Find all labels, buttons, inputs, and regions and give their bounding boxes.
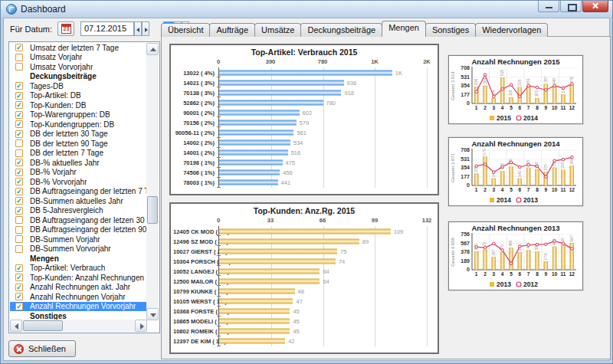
checkbox-unchecked-icon[interactable]	[15, 63, 23, 71]
sidebar-item[interactable]: ✓Top-Warengruppen: DB	[10, 110, 147, 120]
checkbox-checked-icon[interactable]: ✓	[15, 284, 23, 291]
sidebar-item-label: Tages-DB	[30, 82, 64, 90]
category-label: 12496 SZ MOD ( 3%)	[173, 238, 215, 244]
checkbox-checked-icon[interactable]: ✓	[15, 264, 23, 272]
sidebar-item[interactable]: DB Auftragseingang der letzen 30 Tage	[10, 215, 147, 225]
checkbox-checked-icon[interactable]: ✓	[15, 293, 23, 300]
bar-value-label: 387	[543, 76, 548, 83]
bar-value-label: 310	[561, 162, 565, 169]
checkbox-checked-icon[interactable]: ✓	[15, 130, 23, 138]
bar-value-label: 42	[288, 338, 294, 345]
sidebar-item[interactable]: ✓DB der letzten 30 Tage	[10, 130, 147, 139]
checkbox-unchecked-icon[interactable]	[15, 54, 23, 61]
vertical-scroll-thumb[interactable]	[147, 196, 158, 224]
close-window-button[interactable]	[582, 1, 608, 12]
bar	[536, 98, 539, 103]
checkbox-checked-icon[interactable]: ✓	[15, 159, 23, 166]
sidebar-item[interactable]: ✓Umsatz der letzten 7 Tage	[10, 43, 147, 53]
sidebar-item[interactable]: ✓Anzahl Rechnungen akt. Jahr	[10, 283, 147, 293]
sidebar-item[interactable]: Umsatz Vorvorjahr	[10, 62, 147, 72]
checkbox-checked-icon[interactable]: ✓	[15, 120, 23, 128]
tab-wiedervorlagen[interactable]: Wiedervorlagen	[475, 23, 548, 37]
sidebar-item[interactable]: ✓Top-Kunden: DB	[10, 100, 147, 110]
tab--bersicht[interactable]: Übersicht	[161, 23, 210, 37]
checkbox-unchecked-icon[interactable]	[15, 139, 23, 147]
checkbox-checked-icon[interactable]: ✓	[15, 178, 23, 185]
checkbox-checked-icon[interactable]: ✓	[15, 169, 23, 176]
checkbox-checked-icon[interactable]: ✓	[15, 188, 23, 195]
chart-title: Top-Artikel: Verbrauch 2015	[171, 48, 438, 57]
date-input[interactable]: 07.12.2015	[80, 21, 134, 36]
horizontal-scroll-thumb[interactable]	[23, 320, 63, 331]
sidebar-item[interactable]: DB-Summen Vorjahr	[10, 234, 147, 244]
calendar-button[interactable]: 23	[57, 21, 74, 36]
checkbox-checked-icon[interactable]: ✓	[15, 92, 23, 100]
close-circle-icon	[14, 344, 24, 354]
sidebar-header[interactable]: Deckungsbeiträge	[10, 72, 147, 82]
sidebar-item[interactable]: DB der letzten 90 Tage	[10, 139, 147, 149]
sidebar-item[interactable]: ✓Anzahl Rechnungen Vorvorjahr	[10, 302, 147, 312]
legend-line-swatch	[516, 116, 521, 120]
vertical-scrollbar[interactable]	[146, 43, 159, 320]
minimize-button[interactable]	[538, 1, 559, 12]
sidebar-item[interactable]: ✓Tages-DB	[10, 81, 147, 91]
checkbox-unchecked-icon[interactable]	[15, 245, 23, 253]
date-spin-right-icon[interactable]	[142, 21, 149, 36]
bar	[510, 248, 513, 270]
mini-chart-title: Anzahl Rechnungen 2015	[471, 57, 560, 66]
sidebar-item[interactable]: DB-Summen Vorvorjahr	[10, 244, 147, 254]
sidebar-item[interactable]: ✓Top-Kundengruppen: DB	[10, 120, 147, 130]
bar-value-label: 267	[491, 249, 496, 256]
x-tick-label: 390	[266, 58, 276, 65]
bar	[500, 252, 504, 270]
scroll-left-icon[interactable]	[10, 320, 22, 332]
bar-row: 10105 WERST ( 1%)47	[219, 297, 427, 307]
legend-bar-swatch	[490, 282, 494, 287]
tab-auftr-ge[interactable]: Aufträge	[209, 23, 255, 37]
tab-sonstiges[interactable]: Sonstiges	[425, 23, 476, 37]
tab-ums-tze[interactable]: Umsätze	[254, 23, 301, 37]
scroll-down-icon[interactable]	[146, 308, 159, 320]
sidebar-item[interactable]: DB Auftragseingang der letzten 90 Tage	[10, 225, 147, 235]
checkbox-checked-icon[interactable]: ✓	[15, 82, 23, 90]
checkbox-unchecked-icon[interactable]	[15, 226, 23, 234]
sidebar-item[interactable]: Umsatz Vorjahr	[10, 53, 147, 63]
checkbox-checked-icon[interactable]: ✓	[15, 197, 23, 205]
sidebar-header[interactable]: Mengen	[10, 254, 147, 264]
sidebar-item[interactable]: ✓Top-Kunden: Anzahl Rechnungen	[10, 273, 147, 283]
scroll-up-icon[interactable]	[146, 43, 159, 55]
line-marker	[527, 84, 530, 87]
sidebar-item[interactable]: ✓DB-Summen aktuelles Jahr	[10, 196, 147, 206]
checkbox-checked-icon[interactable]: ✓	[15, 111, 23, 119]
sidebar-item[interactable]: ✓DB-% Vorjahr	[10, 168, 147, 178]
date-spin-left-icon[interactable]	[134, 21, 142, 36]
checkbox-unchecked-icon[interactable]	[15, 216, 23, 224]
checkbox-checked-icon[interactable]: ✓	[15, 274, 23, 281]
sidebar-item[interactable]: ✓Top-Artikel: DB	[10, 91, 147, 101]
bar	[219, 180, 278, 185]
checkbox-checked-icon[interactable]: ✓	[15, 44, 23, 51]
tab-deckungsbeitr-ge[interactable]: Deckungsbeiträge	[300, 23, 382, 37]
checkbox-checked-icon[interactable]: ✓	[15, 207, 23, 215]
tab-mengen[interactable]: Mengen	[382, 21, 426, 37]
line-marker	[501, 249, 504, 252]
sidebar-item[interactable]: ✓DB-% Vorvorjahr	[10, 177, 147, 187]
checkbox-checked-icon[interactable]: ✓	[15, 303, 23, 310]
checkbox-checked-icon[interactable]: ✓	[15, 101, 23, 109]
sidebar-item-label: Anzahl Rechnungen Vorvorjahr	[30, 302, 136, 310]
close-dialog-button[interactable]: Schließen	[8, 340, 76, 357]
sidebar-item[interactable]: ✓DB-% aktuelles Jahr	[10, 158, 147, 168]
sidebar-item[interactable]: ✓DB 5-Jahresvergleich	[10, 206, 147, 216]
app-window: Dashboard Für Datum: 23 07.12.2015 5	[0, 0, 613, 364]
sidebar-item[interactable]: ✓Anzahl Rechnungen Vorjahr	[10, 292, 147, 302]
scroll-right-icon[interactable]	[135, 320, 147, 332]
sidebar-item[interactable]: ✓DB Auftragseingang der letzten 7 Tage	[10, 187, 147, 197]
sidebar-item[interactable]: DB der letzten 7 Tage	[10, 149, 147, 159]
bar-row: 70138 ( 3%)918	[219, 87, 427, 97]
checkbox-unchecked-icon[interactable]	[15, 149, 23, 157]
horizontal-scrollbar[interactable]	[10, 320, 147, 332]
line-marker	[545, 243, 548, 246]
checkbox-unchecked-icon[interactable]	[15, 235, 23, 243]
maximize-button[interactable]	[560, 1, 582, 12]
sidebar-item[interactable]: ✓Top-Artikel: Verbrauch	[10, 264, 147, 274]
